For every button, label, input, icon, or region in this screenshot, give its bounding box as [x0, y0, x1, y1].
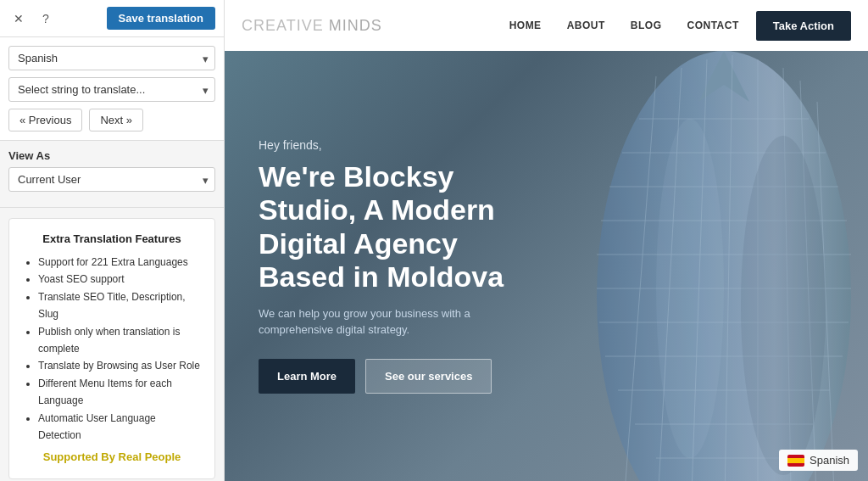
- svg-point-21: [656, 119, 724, 458]
- supported-by-text: Supported By Real People: [23, 450, 201, 463]
- top-bar: ✕ ? Save translation: [0, 0, 224, 37]
- string-select-wrapper: Select string to translate...: [8, 77, 215, 102]
- view-as-label: View As: [8, 149, 215, 162]
- language-badge-text: Spanish: [810, 454, 849, 467]
- nav-buttons: « Previous Next »: [8, 109, 215, 131]
- learn-more-button[interactable]: Learn More: [259, 359, 355, 394]
- top-bar-icons: ✕ ?: [8, 8, 56, 29]
- list-item: Yoast SEO support: [38, 271, 201, 288]
- hero-content: Hey friends, We're Blocksy Studio, A Mod…: [225, 113, 547, 418]
- view-as-section: View As Current User Administrator Edito…: [0, 141, 224, 208]
- translation-panel: ✕ ? Save translation Spanish French Germ…: [0, 0, 225, 481]
- string-select[interactable]: Select string to translate...: [8, 77, 215, 102]
- view-as-select-wrapper: Current User Administrator Editor Subscr…: [8, 167, 215, 192]
- controls-section: Spanish French German Italian Portuguese…: [0, 37, 224, 141]
- logo-light: MINDS: [324, 17, 382, 34]
- save-translation-button[interactable]: Save translation: [107, 7, 215, 30]
- logo-bold: CREATIVE: [242, 17, 324, 34]
- extra-features-box: Extra Translation Features Support for 2…: [8, 218, 215, 479]
- nav-home[interactable]: HOME: [509, 20, 542, 31]
- list-item: Automatic User Language Detection: [38, 410, 201, 445]
- take-action-button[interactable]: Take Action: [756, 11, 851, 41]
- language-badge: Spanish: [779, 450, 858, 471]
- close-button[interactable]: ✕: [8, 8, 29, 29]
- site-navigation: CREATIVE MINDS HOME ABOUT BLOG CONTACT T…: [225, 0, 868, 51]
- previous-button[interactable]: « Previous: [8, 109, 82, 131]
- nav-blog[interactable]: BLOG: [631, 20, 662, 31]
- help-button[interactable]: ?: [36, 8, 56, 29]
- next-button[interactable]: Next »: [89, 109, 143, 131]
- nav-links: HOME ABOUT BLOG CONTACT: [509, 20, 739, 31]
- list-item: Publish only when translation is complet…: [38, 323, 201, 358]
- view-as-select[interactable]: Current User Administrator Editor Subscr…: [8, 167, 215, 192]
- list-item: Different Menu Items for each Language: [38, 375, 201, 410]
- svg-point-22: [741, 136, 826, 475]
- nav-about[interactable]: ABOUT: [567, 20, 605, 31]
- language-select-wrapper: Spanish French German Italian Portuguese: [8, 46, 215, 70]
- hero-buttons: Learn More See our services: [259, 359, 513, 394]
- extra-features-title: Extra Translation Features: [23, 232, 201, 245]
- language-select[interactable]: Spanish French German Italian Portuguese: [8, 46, 215, 70]
- site-preview-panel: CREATIVE MINDS HOME ABOUT BLOG CONTACT T…: [225, 0, 868, 481]
- list-item: Translate SEO Title, Description, Slug: [38, 288, 201, 323]
- list-item: Support for 221 Extra Languages: [38, 254, 201, 271]
- hero-greeting: Hey friends,: [259, 138, 513, 152]
- see-services-button[interactable]: See our services: [365, 359, 492, 394]
- hero-subtitle: We can help you grow your business with …: [259, 305, 513, 338]
- hero-title: We're Blocksy Studio, A Modern Digital A…: [259, 160, 513, 293]
- hero-section: Hey friends, We're Blocksy Studio, A Mod…: [225, 51, 868, 481]
- nav-contact[interactable]: CONTACT: [687, 20, 738, 31]
- spanish-flag: [787, 455, 804, 467]
- list-item: Translate by Browsing as User Role: [38, 357, 201, 374]
- site-logo: CREATIVE MINDS: [242, 17, 382, 35]
- extra-features-list: Support for 221 Extra Languages Yoast SE…: [23, 254, 201, 444]
